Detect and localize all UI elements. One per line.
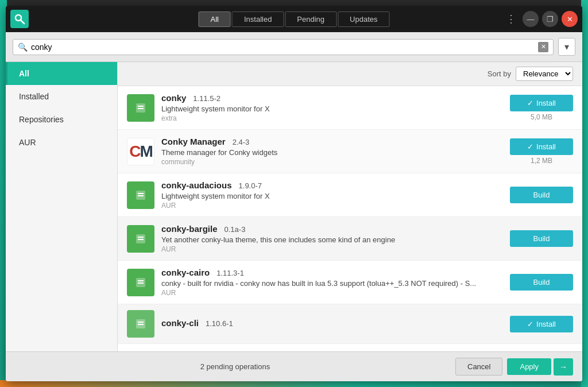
package-icon [127,181,154,209]
svg-rect-12 [138,280,144,281]
sort-select[interactable]: Relevance Name Size Date [516,67,573,81]
build-button[interactable]: Build [510,274,573,291]
pending-operations-text: 2 pending operations [15,362,455,371]
package-info: conky-bargile 0.1a-3 Yet another conky-l… [161,224,503,253]
sidebar-item-repositories[interactable]: Repositories [6,108,117,131]
tab-installed[interactable]: Installed [232,11,284,27]
svg-rect-7 [138,195,144,196]
package-action: Build [510,187,573,203]
table-row: CM Conky Manager 2.4-3 Theme manager for… [118,130,582,173]
sidebar-item-installed[interactable]: Installed [6,85,117,108]
search-input[interactable] [31,42,535,52]
package-desc: conky - built for nvidia - conky now has… [161,279,477,288]
package-name: conky [161,93,186,103]
next-button[interactable]: → [554,358,573,376]
sort-bar: Sort by Relevance Name Size Date [118,62,582,86]
content-area: All Installed Repositories AUR Sort by R… [6,62,582,351]
searchbar: 🔍 ✕ ▾ [6,32,582,62]
package-desc: Theme manager for Conky widgets [161,148,477,157]
package-info: conky 1.11.5-2 Lightweight system monito… [161,93,503,122]
svg-rect-3 [138,106,144,107]
tab-pending[interactable]: Pending [285,11,336,27]
bottom-bar: 2 pending operations Cancel Apply → [6,351,582,381]
main-panel: Sort by Relevance Name Size Date [118,62,582,351]
app-logo [10,10,29,28]
package-name: conky-cli [161,318,199,328]
nav-tabs: All Installed Pending Updates [198,11,389,27]
package-version: 1.9.0-7 [239,181,262,190]
package-action: ✓ install 5,0 MB [510,95,573,121]
package-name: conky-audacious [161,180,232,190]
package-info: conky-cli 1.10.6-1 [161,318,503,330]
cancel-button[interactable]: Cancel [455,358,502,376]
close-button[interactable]: ✕ [562,11,578,27]
package-info: conky-audacious 1.9.0-7 Lightweight syst… [161,180,503,210]
checkmark-icon: ✓ [527,142,533,151]
package-source: AUR [161,245,503,253]
checkmark-icon: ✓ [527,99,533,107]
svg-rect-9 [138,237,144,238]
package-name: conky-bargile [161,224,218,234]
package-version: 0.1a-3 [225,225,246,234]
install-button[interactable]: ✓ install [510,138,573,155]
package-icon [127,269,154,296]
build-button[interactable]: Build [510,187,573,203]
titlebar: All Installed Pending Updates ⋮ — ❐ ✕ [6,6,582,32]
build-button[interactable]: Build [510,230,573,247]
search-dropdown-button[interactable]: ▾ [558,38,575,56]
package-size: 5,0 MB [531,113,552,121]
svg-rect-4 [138,108,144,109]
table-row: conky-bargile 0.1a-3 Yet another conky-l… [118,217,582,261]
sort-label: Sort by [488,69,511,78]
package-action: Build [510,230,573,247]
package-name: Conky Manager [161,137,226,146]
table-row: conky-audacious 1.9.0-7 Lightweight syst… [118,173,582,217]
package-version: 1.10.6-1 [206,319,233,328]
package-icon [127,225,154,253]
install-button[interactable]: ✓ Install [510,316,573,332]
package-version: 1.11.3-1 [216,269,244,277]
search-clear-button[interactable]: ✕ [538,42,548,52]
window-controls: ⋮ — ❐ ✕ [503,11,578,27]
sidebar-item-aur[interactable]: AUR [6,131,117,154]
menu-button[interactable]: ⋮ [503,11,519,27]
maximize-button[interactable]: ❐ [542,11,558,27]
package-icon: CM [127,138,154,165]
svg-rect-6 [138,193,144,194]
package-desc: Lightweight system monitor for X [161,105,477,113]
package-version: 2.4-3 [233,138,250,146]
minimize-button[interactable]: — [523,11,539,27]
main-window: All Installed Pending Updates ⋮ — ❐ ✕ 🔍 … [6,6,582,381]
package-size: 1,2 MB [531,157,552,165]
apply-button[interactable]: Apply [507,358,551,375]
search-input-wrap: 🔍 ✕ [13,39,554,55]
tab-all[interactable]: All [198,11,230,27]
table-row: conky-cairo 1.11.3-1 conky - built for n… [118,261,582,304]
svg-rect-16 [138,324,144,325]
install-button[interactable]: ✓ install [510,95,573,111]
package-name: conky-cairo [161,268,210,277]
package-icon [127,310,154,338]
svg-line-1 [21,20,24,24]
package-action: ✓ install 1,2 MB [510,138,573,165]
tab-updates[interactable]: Updates [338,11,389,27]
search-icon: 🔍 [18,42,28,52]
package-icon [127,94,154,122]
sidebar: All Installed Repositories AUR [6,62,118,351]
package-info: Conky Manager 2.4-3 Theme manager for Co… [161,137,503,166]
package-source: extra [161,114,503,122]
package-action: ✓ Install [510,316,573,332]
package-source: AUR [161,202,503,210]
checkmark-icon: ✓ [527,320,533,328]
package-info: conky-cairo 1.11.3-1 conky - built for n… [161,268,503,297]
svg-rect-15 [138,322,144,323]
svg-rect-13 [138,282,144,284]
package-desc: Lightweight system monitor for X [161,192,477,200]
table-row: conky 1.11.5-2 Lightweight system monito… [118,86,582,130]
package-action: Build [510,274,573,291]
package-source: community [161,158,503,166]
package-version: 1.11.5-2 [193,94,220,103]
sidebar-item-all[interactable]: All [6,62,117,85]
package-list: conky 1.11.5-2 Lightweight system monito… [118,86,582,351]
package-desc: Yet another conky-lua theme, this one in… [161,235,477,244]
